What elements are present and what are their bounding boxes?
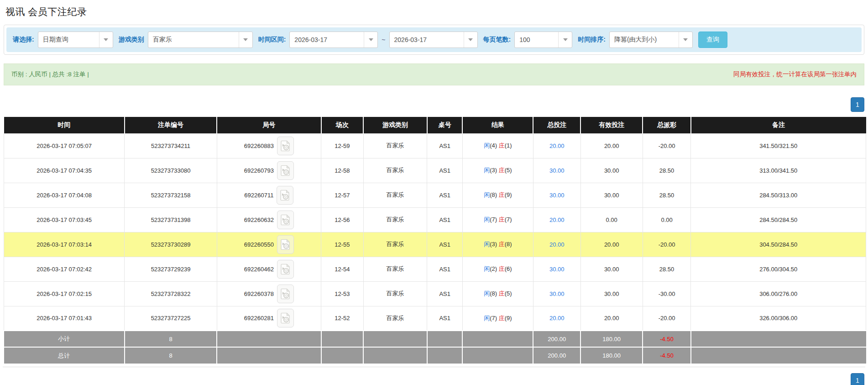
header-payout: 总派彩 [643, 117, 691, 133]
search-button[interactable]: 查询 [698, 32, 727, 48]
footer-valid-bet: 180.00 [580, 347, 643, 364]
cell-time: 2026-03-17 07:05:07 [4, 133, 125, 158]
cell-result: 闲(8) 庄(9) [462, 183, 533, 207]
cell-session: 12-54 [321, 257, 364, 281]
cell-result: 闲(3) 庄(5) [462, 158, 533, 183]
round-number: 692260378 [244, 290, 274, 297]
banker-label: 庄 [499, 315, 505, 322]
total-bet-link[interactable]: 30.00 [549, 192, 565, 199]
video-replay-button[interactable] [277, 235, 294, 254]
cell-payout: -30.00 [643, 281, 691, 306]
player-count: (7) [490, 216, 499, 223]
cell-total-bet: 20.00 [533, 133, 580, 158]
total-bet-link[interactable]: 30.00 [549, 290, 565, 297]
cell-payout: 28.50 [643, 257, 691, 281]
cell-valid-bet: 30.00 [580, 281, 643, 306]
cell-round: 692260711 [217, 183, 321, 207]
table-row: 2026-03-17 07:03:14523273730289692260550… [4, 232, 866, 257]
video-replay-button[interactable] [277, 260, 294, 279]
query-type-select[interactable]: 日期查询 [38, 32, 113, 48]
footer-label: 小计 [4, 331, 125, 347]
time-sort-select[interactable]: 降冪(由大到小) [609, 32, 693, 48]
table-row: 2026-03-17 07:03:45523273731398692260632… [4, 207, 866, 232]
page-1-button[interactable]: 1 [851, 373, 864, 385]
date-to-select[interactable]: 2026-03-17 [389, 32, 478, 48]
banker-count: (8) [505, 241, 512, 248]
cell-game-type: 百家乐 [363, 133, 427, 158]
game-type-select[interactable]: 百家乐 [148, 32, 253, 48]
video-replay-icon [280, 190, 290, 201]
footer-empty-cell [462, 331, 533, 347]
video-replay-button[interactable] [277, 285, 294, 303]
video-replay-icon [281, 140, 290, 152]
cell-valid-bet: 30.00 [580, 183, 643, 207]
banker-label: 庄 [499, 290, 505, 297]
banker-count: (5) [505, 290, 512, 297]
player-label: 闲 [484, 290, 490, 297]
cell-total-bet: 30.00 [533, 158, 580, 183]
total-bet-link[interactable]: 30.00 [549, 167, 565, 174]
page-size-label: 每页笔数: [483, 36, 511, 44]
cell-table-no: AS1 [427, 281, 462, 306]
cell-result: 闲(7) 庄(9) [462, 306, 533, 331]
banker-label: 庄 [499, 216, 505, 223]
cell-valid-bet: 20.00 [580, 306, 643, 331]
cell-game-type: 百家乐 [363, 257, 427, 281]
footer-total-bet: 200.00 [533, 331, 580, 347]
cell-time: 2026-03-17 07:02:15 [4, 281, 125, 306]
cell-table-no: AS1 [427, 257, 462, 281]
video-replay-button[interactable] [277, 186, 293, 205]
video-replay-icon [281, 165, 290, 176]
video-replay-button[interactable] [277, 137, 294, 155]
player-label: 闲 [484, 142, 490, 149]
banker-count: (6) [505, 265, 512, 272]
table-row: 2026-03-17 07:05:07523273734211692260883… [4, 133, 866, 158]
bets-table: 时间注单编号局号场次游戏类别桌号结果总投注有效投注总派彩备注 2026-03-1… [4, 117, 866, 364]
player-count: (7) [490, 315, 499, 322]
total-row: 总计8200.00180.00-4.50 [4, 347, 866, 364]
player-count: (3) [490, 167, 499, 174]
total-bet-link[interactable]: 20.00 [549, 142, 565, 149]
round-number: 692260462 [244, 266, 274, 273]
video-replay-button[interactable] [277, 309, 294, 327]
page-1-button[interactable]: 1 [851, 97, 864, 112]
cell-time: 2026-03-17 07:04:08 [4, 183, 125, 207]
video-replay-button[interactable] [277, 211, 294, 229]
footer-empty-cell [363, 347, 427, 364]
video-replay-icon [281, 239, 290, 250]
player-count: (4) [490, 142, 499, 149]
cell-game-type: 百家乐 [363, 281, 427, 306]
total-bet-link[interactable]: 30.00 [549, 266, 565, 273]
cell-time: 2026-03-17 07:04:35 [4, 158, 125, 183]
total-bet-link[interactable]: 20.00 [549, 241, 565, 248]
video-replay-button[interactable] [277, 161, 294, 180]
cell-total-bet: 20.00 [533, 306, 580, 331]
date-from-select[interactable]: 2026-03-17 [289, 32, 378, 48]
page-size-select[interactable]: 100 [514, 32, 572, 48]
cell-time: 2026-03-17 07:01:43 [4, 306, 125, 331]
cell-payout: 0.00 [643, 207, 691, 232]
time-range-label: 时间区间: [258, 36, 286, 44]
table-header-row: 时间注单编号局号场次游戏类别桌号结果总投注有效投注总派彩备注 [4, 117, 866, 133]
banker-count: (7) [505, 216, 512, 223]
cell-bet-id: 523273729239 [125, 257, 217, 281]
filter-panel: 请选择: 日期查询 游戏类别 百家乐 时间区间: 2026-03-17 ~ 20… [4, 25, 864, 55]
cell-valid-bet: 20.00 [580, 232, 643, 257]
header-valid-bet: 有效投注 [580, 117, 643, 133]
cell-payout: -20.00 [643, 306, 691, 331]
chevron-down-icon [364, 32, 377, 47]
total-bet-link[interactable]: 20.00 [549, 315, 565, 322]
chevron-down-icon [558, 32, 572, 47]
footer-empty-cell [217, 331, 321, 347]
cell-bet-id: 523273733080 [125, 158, 217, 183]
cell-result: 闲(4) 庄(1) [462, 133, 533, 158]
header-result: 结果 [462, 117, 533, 133]
total-bet-link[interactable]: 20.00 [549, 216, 565, 223]
footer-label: 总计 [4, 347, 125, 364]
cell-total-bet: 30.00 [533, 281, 580, 306]
cell-time: 2026-03-17 07:02:42 [4, 257, 125, 281]
cell-session: 12-56 [321, 207, 364, 232]
cell-note: 306.00/276.00 [691, 281, 866, 306]
cell-round: 692260883 [217, 133, 321, 158]
date-from-value: 2026-03-17 [290, 32, 364, 47]
